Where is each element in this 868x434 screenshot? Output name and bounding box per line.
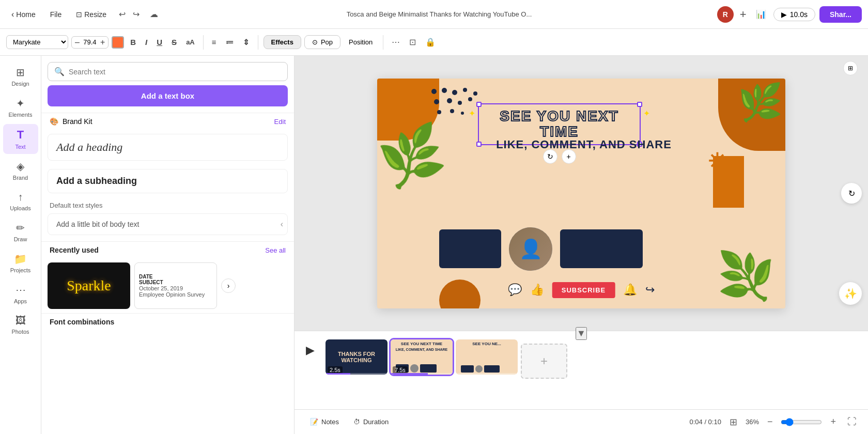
sidebar-item-uploads[interactable]: ↑ Uploads: [3, 187, 38, 215]
italic-button[interactable]: I: [142, 36, 150, 49]
svg-point-4: [473, 91, 477, 96]
font-size-control: – 79.4 +: [71, 36, 109, 49]
brand-kit-edit-button[interactable]: Edit: [274, 118, 286, 126]
share-button[interactable]: Shar...: [819, 6, 862, 23]
sidebar-item-projects[interactable]: 📁 Projects: [3, 249, 38, 277]
see-all-button[interactable]: See all: [265, 246, 286, 254]
subheading-style-item[interactable]: Add a subheading: [48, 169, 288, 193]
position-button[interactable]: Position: [344, 36, 378, 49]
fullscreen-button[interactable]: ⛶: [844, 414, 860, 429]
notes-button[interactable]: 📝 Notes: [303, 414, 346, 430]
elements-icon: ✦: [16, 97, 25, 110]
slide-2-duration: 7.5s: [393, 366, 408, 374]
undo-button[interactable]: ↩: [116, 6, 129, 22]
add-text-box-button[interactable]: Add a text box: [48, 85, 288, 106]
survey-date-value: October 25, 2019: [139, 285, 205, 291]
sparkle-text: Sparkle: [67, 277, 111, 294]
collapse-panel-button[interactable]: ‹: [281, 220, 283, 229]
bold-button[interactable]: B: [127, 36, 139, 49]
handle-tr[interactable]: [637, 102, 642, 107]
slide-thumb-1[interactable]: THANKS FOR WATCHING 2.5s: [326, 339, 388, 375]
sidebar-item-draw-label: Draw: [14, 236, 27, 242]
canvas-collapse-button[interactable]: ⊞: [843, 61, 858, 75]
slide-2-progress: [391, 373, 453, 375]
underline-button[interactable]: U: [153, 36, 165, 49]
sidebar-item-apps[interactable]: ⋯ Apps: [3, 280, 38, 308]
magic-button[interactable]: ✨: [839, 282, 862, 305]
text-color-button[interactable]: [112, 36, 124, 49]
home-button[interactable]: ‹ Home: [6, 7, 41, 22]
sidebar-icons: ⊞ Design ✦ Elements T Text ◈ Brand ↑ Upl…: [0, 56, 41, 434]
add-slide-button[interactable]: +: [521, 344, 567, 379]
svg-point-10: [450, 109, 454, 113]
duration-button[interactable]: ⏱ Duration: [346, 414, 396, 430]
divider3: [383, 35, 383, 50]
svg-point-6: [447, 98, 452, 103]
zoom-slider[interactable]: [781, 418, 822, 426]
sidebar-item-text[interactable]: T Text: [3, 124, 38, 154]
search-input[interactable]: [69, 68, 281, 76]
line-spacing-button[interactable]: ⇕: [240, 36, 253, 49]
sidebar-item-draw[interactable]: ✏ Draw: [3, 218, 38, 246]
case-toggle-button[interactable]: aA: [183, 36, 198, 48]
effects-button[interactable]: Effects: [264, 35, 301, 49]
notes-label: Notes: [321, 418, 339, 426]
timeline-track-area: ▶ THANKS FOR WATCHING 2.5s: [295, 335, 868, 409]
sparkle-left-icon: ✦: [469, 109, 475, 118]
recent-items-row: Sparkle DATE SUBJECT October 25, 2019 Em…: [41, 258, 294, 313]
more-options-button[interactable]: ⋯: [389, 34, 403, 50]
crop-button[interactable]: ⊡: [406, 34, 419, 50]
top-toolbar: ‹ Home File ⊡ Resize ↩ ↪ ☁ Tosca and Bei…: [0, 0, 868, 29]
resize-icon: ⊡: [76, 10, 82, 19]
strikethrough-button[interactable]: S: [168, 36, 180, 49]
font-selector[interactable]: Marykate: [6, 35, 68, 49]
notes-icon: 📝: [310, 418, 318, 426]
font-size-increase[interactable]: +: [100, 38, 105, 47]
bullet-list-button[interactable]: ≔: [223, 36, 237, 49]
slide-3-placeholder1: [461, 365, 474, 373]
svg-point-2: [452, 90, 457, 95]
slide-thumb-2[interactable]: SEE YOU NEXT TIME LIKE, COMMENT, AND SHA…: [391, 339, 453, 375]
handle-tl[interactable]: [476, 102, 482, 107]
sidebar-item-elements[interactable]: ✦ Elements: [3, 93, 38, 122]
body-text-item[interactable]: Add a little bit of body text ‹: [48, 213, 288, 235]
chevron-left-icon: ‹: [11, 10, 14, 19]
avatar: R: [717, 6, 734, 23]
rotate-button[interactable]: ↻: [543, 149, 557, 164]
heading-style-item[interactable]: Add a heading: [48, 134, 288, 161]
add-collaborator-button[interactable]: +: [738, 6, 749, 23]
sidebar-item-photos[interactable]: 🖼 Photos: [3, 311, 38, 339]
slide-thumb-placeholder2: [420, 364, 437, 373]
play-time-button[interactable]: ▶ 10.0s: [773, 8, 815, 21]
add-element-button[interactable]: +: [562, 149, 576, 164]
font-size-decrease[interactable]: –: [75, 38, 80, 47]
subscribe-button[interactable]: SUBSCRIBE: [552, 282, 615, 298]
slide-3-text: SEE YOU NE...: [458, 342, 516, 346]
timeline-collapse-button[interactable]: ▼: [576, 327, 587, 340]
canvas-frame[interactable]: 🌿 🌿 🌿 ✳ ✦ ✦: [377, 79, 785, 308]
cloud-save-button[interactable]: ☁: [147, 6, 161, 22]
svg-point-1: [442, 88, 447, 93]
recent-item-sparkle[interactable]: Sparkle: [48, 262, 130, 309]
refresh-canvas-button[interactable]: ↻: [841, 183, 862, 204]
pop-button[interactable]: ⊙ Pop: [304, 35, 340, 49]
align-left-button[interactable]: ≡: [209, 36, 220, 49]
resize-button[interactable]: ⊡ Resize: [71, 7, 112, 22]
like-icon: 👍: [530, 283, 544, 297]
grid-view-button[interactable]: ⊞: [726, 414, 740, 430]
file-button[interactable]: File: [45, 7, 67, 22]
recent-item-survey[interactable]: DATE SUBJECT October 25, 2019 Employee O…: [134, 262, 217, 309]
document-title: Tosca and Beige Minimalist Thanks for Wa…: [165, 10, 713, 18]
zoom-out-button[interactable]: −: [764, 414, 776, 429]
analytics-button[interactable]: 📊: [753, 6, 769, 22]
slide-thumb-avatar: [410, 364, 419, 373]
slide-thumb-3[interactable]: SEE YOU NE...: [456, 339, 518, 375]
sidebar-item-design[interactable]: ⊞ Design: [3, 62, 38, 91]
zoom-in-button[interactable]: +: [827, 414, 839, 429]
lock-button[interactable]: 🔒: [422, 34, 439, 50]
redo-button[interactable]: ↪: [130, 6, 143, 22]
play-button[interactable]: ▶: [306, 344, 315, 357]
scroll-right-button[interactable]: ›: [221, 278, 236, 293]
sidebar-item-brand[interactable]: ◈ Brand: [3, 156, 38, 185]
slide-1-text: THANKS FOR WATCHING: [328, 351, 385, 363]
